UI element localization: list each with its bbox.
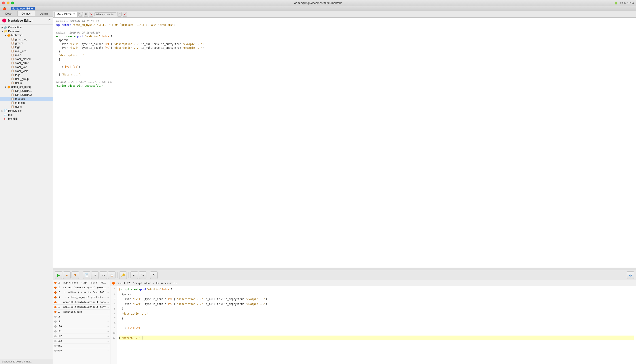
minimize-button[interactable] — [7, 2, 10, 4]
edit-icon-i5[interactable]: ✏ — [108, 301, 109, 303]
tree-item-stack_var[interactable]: 📋stack_var — [0, 65, 53, 69]
edit-icon-i9[interactable]: ✏ — [108, 320, 109, 323]
script-label-i10: i10 — [57, 325, 107, 328]
code-editor: result 12: Script added with successful.… — [110, 280, 636, 364]
edit-icon-0ri[interactable]: ✏ — [108, 344, 109, 347]
tree-item-logs[interactable]: 📋logs — [0, 45, 53, 49]
output-blank-3 — [56, 69, 633, 72]
tree-item-user_group[interactable]: 📋user_group — [0, 77, 53, 81]
tree-item-products[interactable]: 📋products — [0, 97, 53, 101]
script-dot-rev — [54, 350, 57, 352]
tree-item-remote-file[interactable]: ▶ 📄 Remote file — [0, 109, 53, 113]
clean-button[interactable]: 🔑 — [119, 271, 127, 279]
down-button[interactable]: ▼ — [72, 271, 79, 279]
script-label-i6: i6: app.100.template.default.conf — [57, 306, 107, 308]
edit-icon-i11[interactable]: ✏ — [108, 330, 109, 332]
code-line-9: + [v1] [v2]; — [119, 326, 634, 331]
close-table-icon[interactable]: ✕ — [123, 12, 127, 16]
stop-icon[interactable]: ✕ — [89, 12, 93, 16]
apple-menu[interactable]: 🍎 — [2, 7, 7, 10]
scrollbar-area[interactable] — [53, 268, 636, 270]
script-item-i2[interactable]: i2: cm set "demo_cm_mysql" {execute "d..… — [53, 285, 110, 290]
script-item-i3[interactable]: i3: in editor { execute "app.100.scru...… — [53, 290, 110, 295]
tab-admin[interactable]: Admin — [35, 11, 53, 16]
edit-icon-rev[interactable]: ✏ — [108, 350, 109, 352]
edit-icon-i2[interactable]: ✏ — [108, 286, 109, 289]
app-body: Devel Connect Admin Mentalese Editor ↺ ▶… — [0, 11, 636, 364]
tree-item-mail[interactable]: ✉️ Mail — [0, 113, 53, 117]
script-label-i12: i12 — [57, 335, 107, 338]
tree-item-stack_wait[interactable]: 📋stack_wait — [0, 69, 53, 73]
undo-button[interactable]: ↩ — [131, 271, 138, 279]
script-item-i1[interactable]: i1: app create "http" "demo" "default"..… — [53, 280, 110, 285]
script-item-i10[interactable]: i10 ✏ — [53, 324, 110, 329]
script-item-i9[interactable]: i9 ✏ — [53, 319, 110, 324]
edit-icon-i12[interactable]: ✏ — [108, 335, 109, 337]
app-name-menu[interactable]: Mentalese_Editor — [11, 7, 35, 10]
run-button[interactable]: ▶ — [55, 271, 62, 279]
code-body[interactable]: 1 2 3 4 5 6 7 8 9 10 11 $script create p… — [110, 286, 636, 364]
tree-item-group_tag[interactable]: 📋group_tag — [0, 37, 53, 41]
script-item-i13[interactable]: i13 ✏ — [53, 339, 110, 344]
script-item-i8[interactable]: i8 ✏ — [53, 314, 110, 319]
tree-item-demo_cm_mysql[interactable]: ▼ 🔶 demo_cm_mysql — [0, 85, 53, 89]
edit-icon-i7[interactable]: ✏ — [108, 310, 109, 313]
mentdb-db-icon: 🔶 — [7, 34, 11, 37]
tree-label-remote-file: Remote file — [8, 109, 22, 112]
pause-icon[interactable]: ⏸ — [84, 12, 88, 16]
tab-devel[interactable]: Devel — [0, 11, 18, 16]
select-button[interactable]: ↖ — [150, 271, 158, 279]
edit-icon-i4[interactable]: ✏ — [108, 296, 109, 298]
tree-item-DP_ECRITC1[interactable]: 📋DP_ECRITC1 — [0, 89, 53, 93]
refresh-icon[interactable]: ↺ — [48, 18, 51, 22]
script-item-i7[interactable]: i7: addition.post ✏ — [53, 310, 110, 314]
tree-item-stack_error[interactable]: 📋stack_error — [0, 61, 53, 65]
tree-item-tags[interactable]: 📋tags — [0, 73, 53, 77]
doc-button[interactable]: 📄 — [83, 271, 90, 279]
code-lines[interactable]: $script create post "addition" false 1 (… — [117, 286, 636, 364]
tree-item-DP_ECRITC2[interactable]: 📋DP_ECRITC2 — [0, 93, 53, 97]
edit-icon-i10[interactable]: ✏ — [108, 325, 109, 328]
output-line-9: "description ..." — [56, 54, 633, 57]
up-button[interactable]: ▲ — [63, 271, 71, 279]
expand-icon[interactable]: ⛶ — [78, 12, 83, 16]
tree-item-tmp_cmt[interactable]: 📋tmp_cmt — [0, 101, 53, 105]
tree-item-mentdb[interactable]: ▼ 🔶 MENTDB — [0, 33, 53, 37]
cut-button[interactable]: ✂ — [91, 271, 99, 279]
close-button[interactable] — [2, 2, 5, 4]
tree-item-users[interactable]: 📋users — [0, 81, 53, 85]
edit-icon-i6[interactable]: ✏ — [108, 306, 109, 308]
edit-icon-i3[interactable]: ✏ — [108, 291, 109, 294]
edit-icon-i8[interactable]: ✏ — [108, 316, 109, 318]
tree-item-database[interactable]: ▼ 📁 Database — [0, 29, 53, 33]
tree-item-mail_files[interactable]: 📋mail_files — [0, 49, 53, 53]
tree-item-users2[interactable]: 📋users — [0, 105, 53, 109]
script-item-0ri[interactable]: 0ri ✏ — [53, 344, 110, 348]
tree-item-mentdb2[interactable]: ● MentDB — [0, 117, 53, 121]
output-line-13: #mentdb – 2019-04-20 16:03:15 (49 ms); — [56, 80, 633, 84]
maximize-button[interactable] — [11, 2, 14, 4]
tab-connect[interactable]: Connect — [18, 11, 35, 16]
paste-button[interactable]: 📋 — [108, 271, 116, 279]
script-item-i5[interactable]: i5: app.100.template.default.page.home.e… — [53, 300, 110, 305]
tree-item-stack_closed[interactable]: 📋stack_closed — [0, 57, 53, 61]
tree-item-mails[interactable]: 📋mails — [0, 53, 53, 57]
refresh-table-icon[interactable]: ↺ — [117, 12, 122, 16]
titlebar-right: 🔋 Sam. 16:04 — [614, 2, 634, 5]
code-line-2: (param — [119, 292, 634, 297]
script-item-i12[interactable]: i12 ✏ — [53, 334, 110, 339]
output-line-7: (var "[v2]" {type is_double [v2]} "descr… — [56, 46, 633, 50]
status-icon-sidebar: ℹ — [2, 360, 3, 363]
script-item-i11[interactable]: i11 ✏ — [53, 329, 110, 334]
tree-item-connection[interactable]: ▶ 🔗 Connection — [0, 25, 53, 29]
redo-button[interactable]: ↪ — [139, 271, 146, 279]
tree-item-groups[interactable]: 📋groups — [0, 41, 53, 45]
edit-icon-i1[interactable]: ✏ — [108, 282, 109, 284]
script-item-i6[interactable]: i6: app.100.template.default.conf ✏ — [53, 305, 110, 310]
settings-button[interactable]: ⚙ — [627, 271, 634, 279]
paste-empty-button[interactable]: ▭ — [100, 271, 107, 279]
script-item-rev[interactable]: Rev ✏ — [53, 348, 110, 353]
edit-icon-i13[interactable]: ✏ — [108, 340, 109, 342]
tab-main-output[interactable]: MAIN OUTPUT — [54, 12, 78, 17]
script-item-i4[interactable]: i4: ...s.demo_cm_mysql.products.list.exe… — [53, 295, 110, 300]
